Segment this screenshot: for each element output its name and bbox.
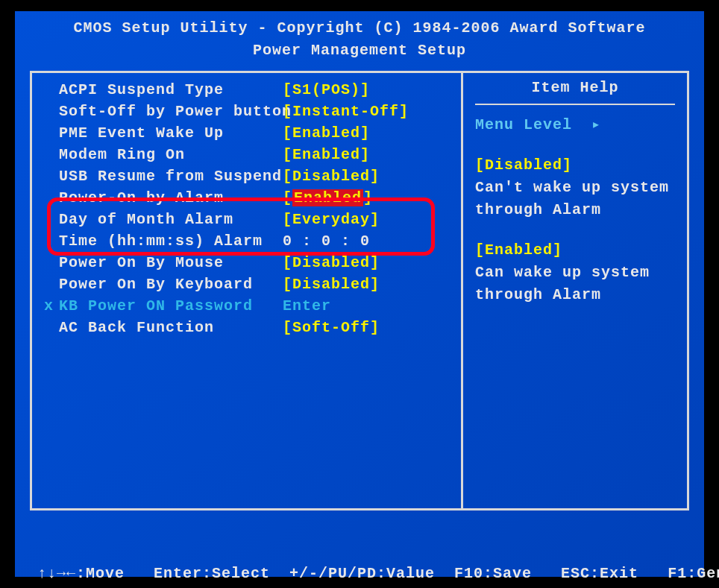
setting-label: KB Power ON Password — [59, 295, 283, 317]
header-title: Power Management Setup — [15, 39, 704, 62]
row-marker — [44, 79, 59, 101]
row-marker — [44, 122, 59, 144]
help-option-desc: Can't wake up system through Alarm — [475, 177, 675, 221]
setting-label: Day of Month Alarm — [59, 209, 283, 230]
help-panel: Item Help Menu Level ▸ [Disabled]Can't w… — [463, 73, 687, 508]
setting-value[interactable]: [Disabled] — [283, 252, 380, 274]
setting-row[interactable]: Power On By Mouse[Disabled] — [44, 252, 449, 274]
settings-panel: ACPI Suspend Type[S1(POS)]Soft-Off by Po… — [32, 73, 463, 508]
setting-label: AC Back Function — [59, 317, 283, 338]
row-marker — [44, 274, 59, 295]
setting-label: Power-On by Alarm — [59, 187, 283, 209]
setting-label: Power On By Mouse — [59, 252, 283, 274]
help-option-title: [Enabled] — [475, 239, 675, 262]
setting-value[interactable]: [S1(POS)] — [283, 79, 370, 101]
content-frame: ACPI Suspend Type[S1(POS)]Soft-Off by Po… — [30, 71, 689, 510]
bios-screen: CMOS Setup Utility - Copyright (C) 1984-… — [15, 11, 704, 577]
row-marker — [44, 317, 59, 338]
row-marker — [44, 187, 59, 209]
footer: ↑↓→←:Move Enter:Select +/-/PU/PD:Value F… — [15, 510, 704, 588]
setting-label: Modem Ring On — [59, 144, 283, 165]
setting-row[interactable]: Power On By Keyboard[Disabled] — [44, 274, 449, 295]
setting-label: ACPI Suspend Type — [59, 79, 283, 101]
setting-row[interactable]: Modem Ring On[Enabled] — [44, 144, 449, 165]
setting-label: PME Event Wake Up — [59, 122, 283, 144]
help-option-desc: Can wake up system through Alarm — [475, 262, 675, 306]
setting-value[interactable]: [Everyday] — [283, 209, 380, 230]
help-option-title: [Disabled] — [475, 154, 675, 177]
row-marker — [44, 252, 59, 274]
row-marker — [44, 165, 59, 187]
row-marker — [44, 101, 59, 122]
row-marker — [44, 144, 59, 165]
setting-value[interactable]: [Disabled] — [283, 274, 380, 295]
setting-value[interactable]: [Enabled] — [283, 187, 373, 209]
setting-value[interactable]: [Soft-Off] — [283, 317, 380, 338]
setting-value[interactable]: Enter — [283, 295, 331, 317]
row-marker: x — [44, 295, 59, 317]
setting-row[interactable]: Power-On by Alarm[Enabled] — [44, 187, 449, 209]
setting-value[interactable]: 0 : 0 : 0 — [283, 230, 370, 252]
row-marker — [44, 230, 59, 252]
footer-line-1: ↑↓→←:Move Enter:Select +/-/PU/PD:Value F… — [37, 563, 682, 585]
setting-label: USB Resume from Suspend — [59, 165, 283, 187]
setting-row[interactable]: Time (hh:mm:ss) Alarm 0 : 0 : 0 — [44, 230, 449, 252]
setting-value[interactable]: [Enabled] — [283, 144, 370, 165]
setting-label: Time (hh:mm:ss) Alarm — [59, 230, 283, 252]
help-menu-level: Menu Level ▸ — [475, 114, 675, 136]
setting-label: Soft-Off by Power button — [59, 101, 283, 122]
setting-row[interactable]: AC Back Function[Soft-Off] — [44, 317, 449, 338]
setting-row[interactable]: Soft-Off by Power button[Instant-Off] — [44, 101, 449, 122]
setting-row[interactable]: USB Resume from Suspend[Disabled] — [44, 165, 449, 187]
setting-label: Power On By Keyboard — [59, 274, 283, 295]
setting-value[interactable]: [Disabled] — [283, 165, 380, 187]
setting-row[interactable]: PME Event Wake Up[Enabled] — [44, 122, 449, 144]
setting-row[interactable]: xKB Power ON Password Enter — [44, 295, 449, 317]
header: CMOS Setup Utility - Copyright (C) 1984-… — [15, 11, 704, 71]
row-marker — [44, 209, 59, 230]
setting-row[interactable]: ACPI Suspend Type[S1(POS)] — [44, 79, 449, 101]
header-copyright: CMOS Setup Utility - Copyright (C) 1984-… — [15, 17, 704, 39]
setting-value[interactable]: [Enabled] — [283, 122, 370, 144]
help-title: Item Help — [475, 79, 675, 105]
setting-row[interactable]: Day of Month Alarm[Everyday] — [44, 209, 449, 230]
setting-value[interactable]: [Instant-Off] — [283, 101, 409, 122]
chevron-right-icon: ▸ — [591, 116, 601, 133]
